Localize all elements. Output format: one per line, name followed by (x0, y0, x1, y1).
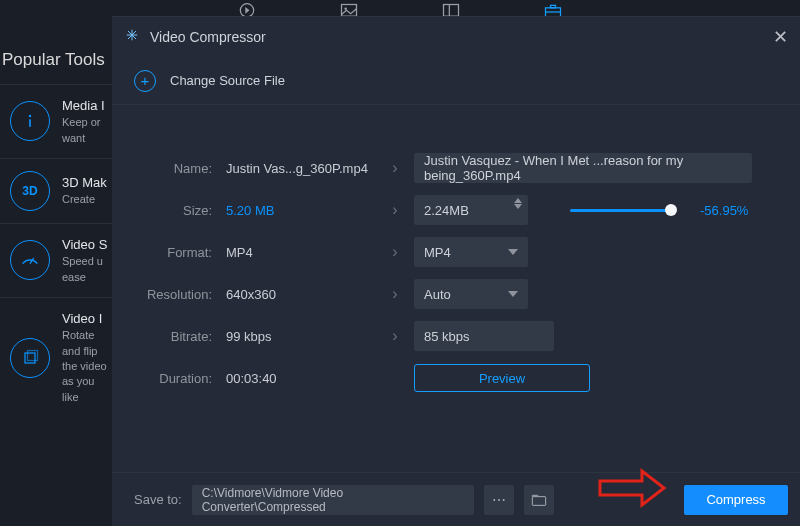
tool-name: Video I (62, 310, 108, 328)
modal-footer: Save to: C:\Vidmore\Vidmore Video Conver… (112, 472, 800, 526)
output-name-input[interactable]: Justin Vasquez - When I Met ...reason fo… (414, 153, 752, 183)
compress-button[interactable]: Compress (684, 485, 788, 515)
tool-name: 3D Mak (62, 174, 107, 192)
tool-name: Media I (62, 97, 108, 115)
gauge-icon (10, 240, 50, 280)
label-resolution: Resolution: (134, 287, 226, 302)
plus-icon: + (134, 70, 156, 92)
three-d-icon: 3D (10, 171, 50, 211)
sidebar-tool-speed[interactable]: Video SSpeed u ease (0, 223, 112, 297)
chevron-right-icon: › (376, 201, 414, 219)
chevron-down-icon (508, 249, 518, 255)
more-options-button[interactable]: ⋯ (484, 485, 514, 515)
rotate-icon (10, 338, 50, 378)
format-select[interactable]: MP4 (414, 237, 528, 267)
current-name: Justin Vas...g_360P.mp4 (226, 161, 376, 176)
output-size-input[interactable]: 2.24MB (414, 195, 528, 225)
chevron-right-icon: › (376, 327, 414, 345)
svg-rect-13 (28, 350, 38, 360)
modal-title: Video Compressor (150, 29, 266, 45)
current-format: MP4 (226, 245, 376, 260)
close-icon[interactable]: ✕ (773, 26, 788, 48)
output-bitrate: 85 kbps (414, 321, 554, 351)
label-duration: Duration: (134, 371, 226, 386)
spinner-icon[interactable] (514, 198, 522, 209)
sidebar-title: Popular Tools (0, 40, 112, 84)
compression-percent: -56.95% (700, 203, 748, 218)
sidebar-tool-3d[interactable]: 3D 3D MakCreate (0, 158, 112, 223)
size-slider[interactable] (570, 195, 674, 225)
tool-desc: Speed u ease (62, 254, 108, 285)
change-source-button[interactable]: + Change Source File (112, 57, 800, 105)
tool-desc: Keep or want (62, 115, 108, 146)
chevron-right-icon: › (376, 159, 414, 177)
svg-point-3 (344, 7, 347, 9)
svg-marker-1 (245, 7, 249, 14)
label-bitrate: Bitrate: (134, 329, 226, 344)
label-name: Name: (134, 161, 226, 176)
resolution-select[interactable]: Auto (414, 279, 528, 309)
sidebar: Popular Tools Media IKeep or want 3D 3D … (0, 40, 112, 417)
current-resolution: 640x360 (226, 287, 376, 302)
tool-name: Video S (62, 236, 108, 254)
current-duration: 00:03:40 (226, 371, 376, 386)
tool-desc: Rotate and flip the video as you like (62, 328, 108, 405)
chevron-down-icon (508, 291, 518, 297)
chevron-right-icon: › (376, 243, 414, 261)
label-format: Format: (134, 245, 226, 260)
sidebar-tool-media[interactable]: Media IKeep or want (0, 84, 112, 158)
browse-folder-button[interactable] (524, 485, 554, 515)
compressor-icon (124, 27, 140, 47)
video-compressor-modal: Video Compressor ✕ + Change Source File … (112, 16, 800, 526)
info-icon (10, 101, 50, 141)
form: Name: Justin Vas...g_360P.mp4 › Justin V… (112, 105, 800, 407)
tool-desc: Create (62, 192, 107, 207)
svg-rect-10 (29, 120, 31, 128)
svg-rect-12 (25, 353, 35, 363)
svg-rect-4 (444, 5, 459, 17)
svg-rect-18 (532, 496, 545, 505)
svg-rect-7 (551, 5, 556, 8)
sidebar-tool-rotate[interactable]: Video IRotate and flip the video as you … (0, 297, 112, 417)
save-path-field[interactable]: C:\Vidmore\Vidmore Video Converter\Compr… (192, 485, 474, 515)
label-size: Size: (134, 203, 226, 218)
svg-point-9 (29, 115, 32, 118)
change-source-label: Change Source File (170, 73, 285, 88)
save-to-label: Save to: (134, 492, 182, 507)
current-bitrate: 99 kbps (226, 329, 376, 344)
chevron-right-icon: › (376, 285, 414, 303)
preview-button[interactable]: Preview (414, 364, 590, 392)
current-size: 5.20 MB (226, 203, 376, 218)
